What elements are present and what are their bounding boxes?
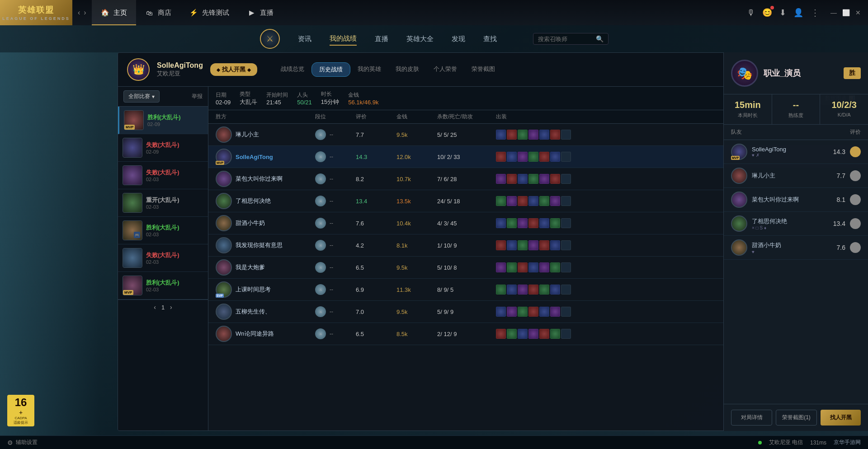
live-icon: ▶ [247,8,256,17]
special-icon: 🎮 [134,232,140,238]
find-party-btn[interactable]: 找人开黑 [821,410,861,426]
item-box [496,240,506,250]
item-box [561,152,571,162]
list-item[interactable]: 菜包大叫你过来啊 8.1 [724,188,868,212]
settings-label[interactable]: 辅助设置 [16,439,38,446]
find-black-btn[interactable]: 找人开黑 [210,63,257,76]
nav-beta-btn[interactable]: ⚡ 先锋测试 [180,0,238,25]
item-box [518,174,528,184]
sec-nav-discover[interactable]: 发现 [452,33,465,45]
item-box [518,218,528,228]
tab-history[interactable]: 历史战绩 [311,62,350,77]
player-name: 菜包大叫你过来啊 [236,175,283,183]
teammates-label: 队友 [731,128,742,136]
detail-btn[interactable]: 对局详情 [731,410,772,426]
tab-my-skins-label: 我的皮肤 [396,65,419,72]
list-item[interactable]: 了相思何决绝 × □ S ♦ 13.4 [724,212,868,236]
player-gold: 9.5k [396,131,408,138]
nav-shop-btn[interactable]: 🛍 商店 [136,0,180,25]
player-kda: 10/ 2/ 33 [437,154,460,160]
player-gold: 8.5k [396,331,408,337]
player-rank-cell: ⚔ -- [315,262,356,273]
item-box [496,285,506,295]
player-score-cell: 14.3 [356,153,396,161]
item-box [539,152,549,162]
minimize-btn[interactable]: — [830,9,837,16]
item-box [561,130,571,140]
user-icon[interactable]: 👤 [793,8,803,18]
teammate-avatar: MVP [731,144,747,160]
player-rank-cell: ⚔ -- [315,218,356,229]
sec-nav-champions[interactable]: 英雄大全 [406,33,434,45]
list-item[interactable]: 琳儿小主 7.7 [724,164,868,188]
match-info: 胜利(大乱斗) 02-03 [146,279,203,292]
match-list-item[interactable]: MVP 胜利(大乱斗) 02-03 [118,272,208,299]
item-box [539,196,549,206]
maximize-btn[interactable]: ⬜ [842,9,850,16]
match-list-item[interactable]: MVP 胜利(大乱斗) 02-09 [118,107,208,134]
match-list-item[interactable]: 🎮 胜利(大乱斗) 02-03 [118,217,208,244]
item-box [507,285,517,295]
sec-nav-find[interactable]: 查找 [483,33,497,45]
bg-champ-decoration [0,25,99,449]
friends-icon[interactable]: 😊 [762,8,772,18]
filter-btn[interactable]: 全部比赛 ▾ [123,90,160,103]
player-gold-cell: 8.1k [396,241,437,249]
more-menu[interactable]: ⋮ [811,7,820,18]
match-list-item[interactable]: 失败(大乱斗) 02-03 [118,244,208,272]
logo: 英雄联盟 LEAGUE OF LEGENDS [0,0,72,25]
rank-icon: ⚔ [315,151,326,162]
close-btn[interactable]: ✕ [855,9,861,16]
tab-my-champs[interactable]: 我的英雄 [350,62,388,77]
item-box [550,196,560,206]
nav-back-forward: ‹ › [72,9,92,17]
match-list-item[interactable]: 失败(大乱斗) 02-03 [118,162,208,189]
item-box [496,307,506,317]
tab-overview[interactable]: 战绩总览 [274,62,311,77]
tab-honor[interactable]: 个人荣誉 [426,62,464,77]
player-kda: 5/ 5/ 25 [437,131,457,138]
prev-page-btn[interactable]: ‹ [154,304,156,311]
detail-gold-group: 金钱 56.1k/46.9k [348,91,378,106]
next-page-btn[interactable]: › [170,304,172,311]
match-date: 02-03 [146,177,203,182]
col-winner: 胜方 [216,113,315,121]
item-box [550,285,560,295]
type-header: 类型 [240,90,257,98]
tab-my-skins[interactable]: 我的皮肤 [388,62,426,77]
sec-nav-news[interactable]: 资讯 [298,33,311,45]
download-icon[interactable]: ⬇ [779,8,786,18]
item-box [507,240,517,250]
match-list-item[interactable]: 重开(大乱斗) 02-03 [118,189,208,217]
popup-kda-label: K/D/A [824,112,864,117]
list-item[interactable]: 甜酒小牛奶 ♥ 7.6 [724,236,868,260]
tab-honor-screenshot[interactable]: 荣誉截图 [464,62,502,77]
match-info: 失败(大乱斗) 02-09 [146,141,203,154]
forward-btn[interactable]: › [84,9,86,17]
honor-screenshot-btn[interactable]: 荣誉截图(1) [776,410,817,426]
match-list-item[interactable]: 失败(大乱斗) 02-09 [118,134,208,162]
nav-home-btn[interactable]: 🏠 主页 [92,0,136,25]
back-btn[interactable]: ‹ [78,9,80,17]
nav-live-btn[interactable]: ▶ 直播 [238,0,283,25]
sec-nav-live[interactable]: 直播 [375,33,388,45]
ping-label: 131ms [810,440,826,446]
search-box[interactable]: 🔍 [533,33,609,45]
col-score: 评价 [356,113,396,121]
player-gold: 10.7k [396,176,411,182]
match-result-label: 胜利(大乱斗) [146,224,203,232]
item-box [539,240,549,250]
player-gold-cell: 11.3k [396,285,437,294]
eval-label: 评价 [850,128,861,136]
search-input[interactable] [538,36,592,42]
match-date: 02-03 [146,259,203,265]
player-rank-text: -- [330,264,333,271]
match-list-header: 全部比赛 ▾ 举报 [118,87,208,107]
list-item[interactable]: MVP SolleAgiTong ♥ ✗ 14.3 [724,140,868,164]
sec-nav-stats-label: 我的战绩 [330,34,357,42]
report-btn[interactable]: 举报 [192,93,203,100]
profile-name-region: SolleAgiTong 艾欧尼亚 [157,61,203,78]
sec-nav-stats[interactable]: 我的战绩 [330,33,357,46]
item-box [539,174,549,184]
mic-icon[interactable]: 🎙 [747,8,755,18]
